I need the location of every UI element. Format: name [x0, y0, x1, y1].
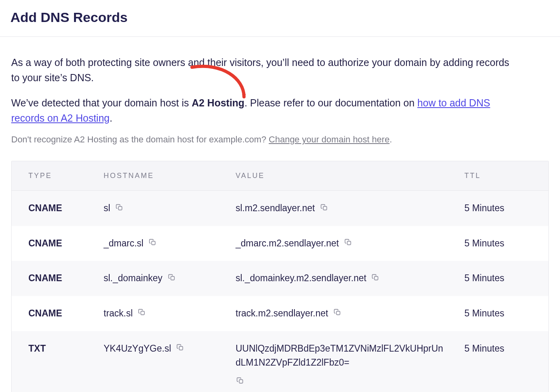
table-header-row: TYPE HOSTNAME VALUE TTL: [12, 161, 548, 191]
cell-ttl: 5 Minutes: [460, 271, 548, 286]
table-row: CNAMEtrack.sl track.m2.sendlayer.net 5 M…: [12, 296, 548, 331]
copy-icon[interactable]: [148, 238, 157, 247]
copy-icon[interactable]: [115, 203, 124, 212]
hostname-text: sl: [104, 201, 110, 216]
cell-type: CNAME: [12, 271, 96, 286]
cell-value: track.m2.sendlayer.net: [228, 306, 460, 321]
svg-rect-1: [323, 206, 327, 210]
value-text: sl.m2.sendlayer.net: [236, 201, 315, 216]
change-host-link[interactable]: Change your domain host here: [269, 134, 390, 144]
hostname-text: track.sl: [104, 306, 133, 321]
svg-rect-7: [336, 312, 340, 315]
svg-rect-5: [375, 276, 378, 280]
cell-value: _dmarc.m2.sendlayer.net: [228, 236, 460, 251]
copy-icon[interactable]: [167, 273, 176, 282]
value-text: UUNlQzdjMDRBdEp3eTM1ZVNiMzlFL2VkUHprUndL…: [236, 342, 444, 370]
value-text: sl._domainkey.m2.sendlayer.net: [236, 271, 366, 286]
th-type: TYPE: [12, 172, 96, 180]
cell-hostname: sl: [96, 201, 228, 216]
dns-records-table: TYPE HOSTNAME VALUE TTL CNAMEsl sl.m2.se…: [11, 161, 549, 392]
cell-value: sl._domainkey.m2.sendlayer.net: [228, 271, 460, 286]
table-row: CNAMEsl._domainkey sl._domainkey.m2.send…: [12, 261, 548, 296]
cell-hostname: sl._domainkey: [96, 271, 228, 286]
cell-ttl: 5 Minutes: [460, 306, 548, 321]
svg-rect-0: [118, 206, 122, 210]
cell-type: CNAME: [12, 306, 96, 321]
th-value: VALUE: [228, 172, 460, 180]
svg-rect-3: [347, 241, 351, 245]
hostname-text: sl._domainkey: [104, 271, 162, 286]
copy-icon[interactable]: [344, 238, 352, 247]
intro-paragraph: As a way of both protecting site owners …: [11, 55, 515, 85]
table-row: TXTYK4UzYgYGe.sl UUNlQzdjMDRBdEp3eTM1ZVN…: [12, 331, 548, 392]
th-ttl: TTL: [460, 172, 548, 180]
cell-ttl: 5 Minutes: [460, 236, 548, 251]
detect-middle: . Please refer to our documentation on: [244, 97, 417, 108]
detect-prefix: We’ve detected that your domain host is: [11, 97, 192, 108]
host-detected-paragraph: We’ve detected that your domain host is …: [11, 96, 515, 126]
unrecognize-text: Don't recognize A2 Hosting as the domain…: [11, 134, 269, 144]
hostname-text: _dmarc.sl: [104, 236, 144, 251]
svg-rect-6: [141, 312, 144, 315]
copy-icon[interactable]: [320, 203, 328, 212]
hostname-text: YK4UzYgYGe.sl: [104, 342, 171, 356]
cell-type: TXT: [12, 342, 96, 356]
cell-hostname: track.sl: [96, 306, 228, 321]
svg-rect-9: [239, 380, 243, 383]
page-title: Add DNS Records: [10, 10, 560, 25]
th-hostname: HOSTNAME: [96, 172, 228, 180]
cell-ttl: 5 Minutes: [460, 342, 548, 356]
cell-ttl: 5 Minutes: [460, 201, 548, 216]
copy-icon[interactable]: [176, 343, 185, 352]
copy-icon[interactable]: [333, 308, 342, 317]
cell-value: sl.m2.sendlayer.net: [228, 201, 460, 216]
svg-rect-2: [152, 241, 155, 245]
change-host-paragraph: Don't recognize A2 Hosting as the domain…: [11, 134, 549, 145]
svg-rect-4: [171, 276, 174, 280]
header-divider: [0, 36, 560, 37]
unrecognize-suffix: .: [390, 134, 392, 144]
table-row: CNAME_dmarc.sl _dmarc.m2.sendlayer.net 5…: [12, 226, 548, 261]
cell-type: CNAME: [12, 201, 96, 216]
cell-hostname: YK4UzYgYGe.sl: [96, 342, 228, 356]
detected-host-name: A2 Hosting: [192, 97, 244, 108]
detect-suffix: .: [110, 112, 112, 124]
cell-type: CNAME: [12, 236, 96, 251]
cell-hostname: _dmarc.sl: [96, 236, 228, 251]
svg-rect-8: [179, 346, 183, 350]
copy-icon[interactable]: [371, 273, 380, 282]
copy-icon[interactable]: [138, 308, 146, 317]
cell-value: UUNlQzdjMDRBdEp3eTM1ZVNiMzlFL2VkUHprUndL…: [228, 342, 460, 385]
table-row: CNAMEsl sl.m2.sendlayer.net 5 Minutes: [12, 191, 548, 226]
copy-icon[interactable]: [236, 376, 244, 385]
value-text: _dmarc.m2.sendlayer.net: [236, 236, 339, 251]
value-text: track.m2.sendlayer.net: [236, 306, 328, 321]
